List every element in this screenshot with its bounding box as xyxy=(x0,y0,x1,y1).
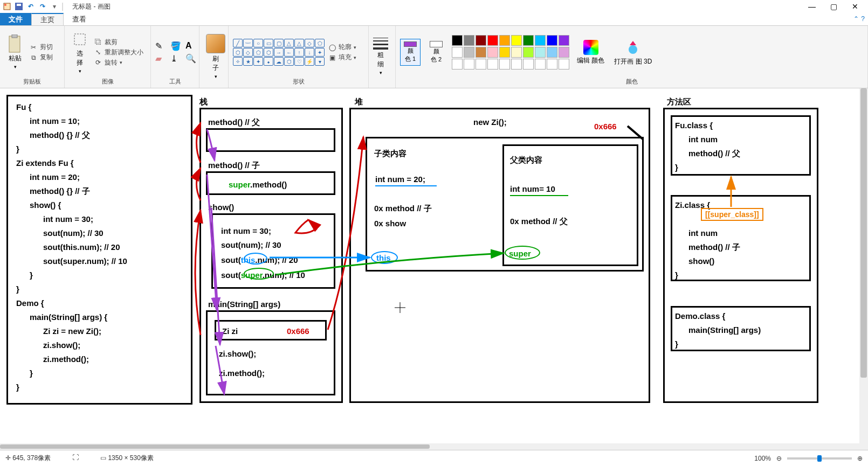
cut-button[interactable]: ✂剪切 xyxy=(29,43,53,52)
eraser-icon[interactable]: ▰ xyxy=(155,53,168,64)
palette-swatch[interactable] xyxy=(452,35,463,46)
maximize-icon[interactable]: ▢ xyxy=(823,0,844,13)
color-palette[interactable] xyxy=(452,35,569,69)
zoom-out-button[interactable]: ⊖ xyxy=(776,455,782,462)
palette-swatch[interactable] xyxy=(535,47,546,58)
edit-colors-button[interactable]: 编辑 颜色 xyxy=(575,39,607,66)
rotate-button[interactable]: ⟳旋转▾ xyxy=(94,58,143,67)
source-code: Fu { int num = 10; method() {} // 父 } Zi… xyxy=(16,100,127,394)
close-icon[interactable]: ✕ xyxy=(844,0,866,13)
palette-swatch[interactable] xyxy=(547,47,557,58)
palette-swatch[interactable] xyxy=(535,35,546,46)
palette-swatch[interactable] xyxy=(547,59,557,69)
palette-swatch[interactable] xyxy=(487,35,498,46)
bucket-icon[interactable]: 🪣 xyxy=(170,41,183,51)
fill-icon: ▣ xyxy=(328,53,336,62)
palette-swatch[interactable] xyxy=(499,35,510,46)
brushes-button[interactable]: 刷 子 ▾ xyxy=(204,33,228,80)
methodarea-label: 方法区 xyxy=(667,95,691,109)
tab-view[interactable]: 查看 xyxy=(64,13,95,25)
open-3d-button[interactable]: 打开画 图 3D xyxy=(612,38,654,67)
palette-swatch[interactable] xyxy=(511,35,522,46)
group-image: 图像 xyxy=(69,76,146,86)
palette-swatch[interactable] xyxy=(487,47,498,58)
zoom-slider[interactable] xyxy=(787,457,852,460)
magnifier-icon[interactable]: 🔍 xyxy=(185,53,198,64)
window-title: 无标题 - 画图 xyxy=(64,2,801,11)
collapse-ribbon-icon[interactable]: ⌃ xyxy=(853,15,859,23)
palette-swatch[interactable] xyxy=(464,47,474,58)
app-icon[interactable] xyxy=(2,2,12,11)
palette-swatch[interactable] xyxy=(464,59,474,69)
canvas-size: ▭ 1350 × 530像素 xyxy=(100,454,154,463)
status-bar: ✛ 645, 378像素 ⛶ ▭ 1350 × 530像素 100% ⊖ ⊕ xyxy=(0,450,868,466)
svg-rect-3 xyxy=(17,4,21,6)
palette-swatch[interactable] xyxy=(452,47,463,58)
svg-point-7 xyxy=(629,45,637,54)
pencil-icon[interactable]: ✎ xyxy=(155,41,168,51)
tab-home[interactable]: 主页 xyxy=(31,13,64,25)
svg-rect-5 xyxy=(12,34,17,38)
title-bar: ↶ ↷ ▾ | 无标题 - 画图 — ▢ ✕ xyxy=(0,0,868,13)
fill-button[interactable]: ▣填充▾ xyxy=(328,53,356,62)
shapes-gallery[interactable]: ╱〰○▭▢△△◇⬠ ⬡◇⬠⬡→←↑↓✦ ✧★✦⬥☁⬡♡⚡▾ xyxy=(233,39,325,66)
save-icon[interactable] xyxy=(14,2,24,11)
thickness-icon xyxy=(373,38,388,50)
zoom-in-button[interactable]: ⊕ xyxy=(857,455,863,462)
select-button[interactable]: 选 择 ▾ xyxy=(69,30,91,75)
selection-size-icon: ⛶ xyxy=(72,454,79,463)
thickness-button[interactable]: 粗 细 ▾ xyxy=(373,38,388,75)
outline-button[interactable]: ◯轮廓▾ xyxy=(328,43,356,52)
group-tools: 工具 xyxy=(155,76,195,86)
group-shapes: 形状 xyxy=(233,76,364,86)
palette-swatch[interactable] xyxy=(499,47,510,58)
color1-button[interactable]: 颜 色 1 xyxy=(400,39,421,66)
text-icon[interactable]: A xyxy=(185,41,198,51)
minimize-icon[interactable]: — xyxy=(801,0,823,13)
svg-rect-4 xyxy=(9,36,20,52)
paint3d-icon xyxy=(624,39,642,56)
group-colors: 颜色 xyxy=(400,76,863,86)
palette-swatch[interactable] xyxy=(559,59,569,69)
palette-swatch[interactable] xyxy=(559,35,569,46)
palette-swatch[interactable] xyxy=(559,47,569,58)
help-icon[interactable]: ? xyxy=(861,15,865,23)
zoom-level: 100% xyxy=(754,455,771,462)
vertical-scrollbar[interactable] xyxy=(859,88,868,450)
eyedropper-icon[interactable]: ⤓ xyxy=(170,53,183,64)
palette-swatch[interactable] xyxy=(523,35,534,46)
resize-button[interactable]: ⤡重新调整大小 xyxy=(94,48,143,57)
palette-swatch[interactable] xyxy=(464,35,474,46)
group-clipboard: 剪贴板 xyxy=(4,76,60,86)
palette-swatch[interactable] xyxy=(523,59,534,69)
copy-button[interactable]: ⧉复制 xyxy=(29,53,53,62)
palette-swatch[interactable] xyxy=(452,59,463,69)
paste-button[interactable]: 粘贴 ▾ xyxy=(4,34,26,71)
canvas-area[interactable]: Fu { int num = 10; method() {} // 父 } Zi… xyxy=(0,88,868,450)
palette-swatch[interactable] xyxy=(535,59,546,69)
palette-swatch[interactable] xyxy=(511,59,522,69)
palette-swatch[interactable] xyxy=(476,35,486,46)
brush-icon xyxy=(206,34,225,53)
stack-label: 栈 xyxy=(199,95,208,109)
color2-button[interactable]: 颜 色 2 xyxy=(426,39,446,66)
resize-icon: ⤡ xyxy=(94,48,102,57)
cursor-position: ✛ 645, 378像素 xyxy=(5,454,51,463)
redo-icon[interactable]: ↷ xyxy=(38,2,47,11)
undo-icon[interactable]: ↶ xyxy=(26,2,36,11)
palette-swatch[interactable] xyxy=(499,59,510,69)
svg-rect-6 xyxy=(74,34,85,45)
canvas[interactable]: Fu { int num = 10; method() {} // 父 } Zi… xyxy=(6,95,819,413)
palette-swatch[interactable] xyxy=(476,59,486,69)
ribbon-tabs: 文件 主页 查看 ⌃? xyxy=(0,13,868,26)
qat-dropdown-icon[interactable]: ▾ xyxy=(50,2,59,11)
palette-swatch[interactable] xyxy=(487,59,498,69)
horizontal-scrollbar[interactable] xyxy=(0,443,859,450)
tab-file[interactable]: 文件 xyxy=(0,13,31,25)
palette-swatch[interactable] xyxy=(476,47,486,58)
crop-button[interactable]: ⿻裁剪 xyxy=(94,38,143,47)
palette-swatch[interactable] xyxy=(547,35,557,46)
palette-swatch[interactable] xyxy=(523,47,534,58)
palette-swatch[interactable] xyxy=(511,47,522,58)
heap-label: 堆 xyxy=(355,95,363,109)
